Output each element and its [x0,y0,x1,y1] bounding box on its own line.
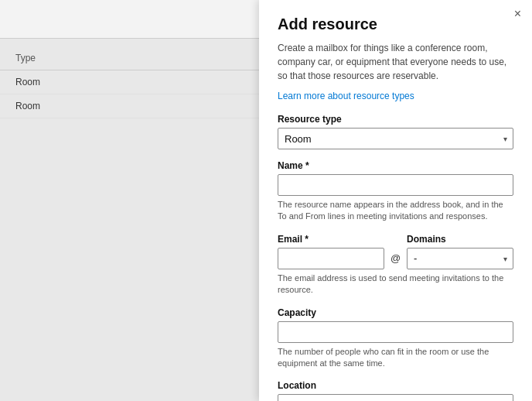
capacity-label: Capacity [278,307,513,318]
panel-title: Add resource [278,15,513,33]
capacity-hint: The number of people who can fit in the … [278,346,513,370]
location-group: Location [278,380,513,401]
name-input[interactable] [278,174,513,196]
bg-header [0,0,259,39]
location-input[interactable] [278,394,513,401]
capacity-group: Capacity The number of people who can fi… [278,307,513,370]
learn-more-link[interactable]: Learn more about resource types [278,91,513,101]
background-panel: Type Room Room [0,0,259,401]
email-domain-row: Email * @ Domains - ▾ [278,234,513,269]
bg-row-1-col1: Room [15,77,40,87]
name-label: Name * [278,160,513,171]
panel-description: Create a mailbox for things like a confe… [278,41,513,83]
bg-row-1: Room [0,70,259,94]
bg-table: Type Room Room [0,39,259,126]
bg-row-2-col1: Room [15,101,40,111]
close-button[interactable]: × [514,8,521,20]
capacity-input[interactable] [278,321,513,343]
domain-select-wrapper: - ▾ [407,248,513,269]
name-hint: The resource name appears in the address… [278,199,513,223]
domain-select[interactable]: - [407,248,513,269]
email-input[interactable] [278,248,384,269]
domain-group: Domains - ▾ [407,234,513,269]
bg-table-header: Type [0,46,259,70]
bg-col-type: Type [15,53,36,63]
bg-row-2: Room [0,94,259,118]
domains-label: Domains [407,234,513,245]
email-label: Email * [278,234,384,245]
location-label: Location [278,380,513,391]
name-group: Name * The resource name appears in the … [278,160,513,223]
email-hint: The email address is used to send meetin… [278,272,513,296]
email-group: Email * [278,234,384,269]
resource-type-label: Resource type [278,114,513,125]
at-symbol: @ [390,234,401,264]
resource-type-select[interactable]: Room Equipment [278,128,513,149]
resource-type-select-wrapper: Room Equipment ▾ [278,128,513,149]
add-resource-panel: × Add resource Create a mailbox for thin… [259,0,532,401]
resource-type-group: Resource type Room Equipment ▾ [278,114,513,149]
